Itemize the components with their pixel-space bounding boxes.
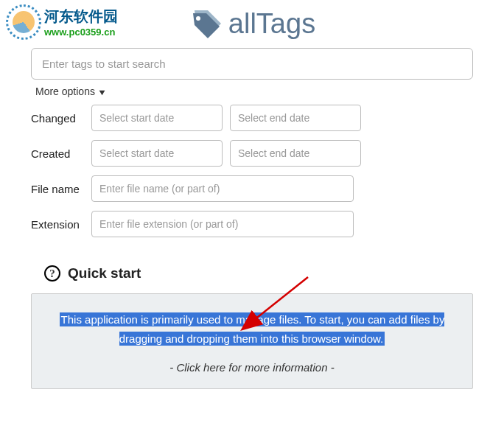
filename-label: File name (31, 183, 91, 195)
created-end-date-input[interactable] (230, 140, 361, 167)
quickstart-more-link[interactable]: - Click here for more information - (52, 361, 452, 374)
watermark-logo-icon (6, 4, 41, 40)
tag-search-input[interactable] (31, 48, 473, 80)
changed-start-date-input[interactable] (91, 105, 223, 131)
quickstart-box[interactable]: This application is primarily used to ma… (31, 293, 473, 389)
more-options-toggle[interactable]: More options ▼ (31, 80, 473, 105)
watermark-overlay: 河东软件园 www.pc0359.cn (6, 4, 118, 40)
app-title: allTags (228, 8, 315, 40)
quickstart-description: This application is primarily used to ma… (60, 312, 445, 346)
quickstart-title: Quick start (68, 265, 141, 282)
filename-input[interactable] (91, 175, 354, 202)
extension-input[interactable] (91, 211, 354, 237)
chevron-down-icon: ▼ (97, 88, 107, 97)
created-label: Created (31, 147, 91, 160)
watermark-url: www.pc0359.cn (44, 27, 118, 38)
extension-label: Extension (31, 218, 91, 231)
changed-label: Changed (31, 112, 91, 125)
created-start-date-input[interactable] (91, 140, 223, 167)
svg-point-0 (196, 16, 200, 21)
tag-icon (189, 6, 224, 41)
filter-panel: Changed Created File name Extension (31, 105, 473, 237)
changed-end-date-input[interactable] (230, 105, 361, 131)
help-icon: ? (44, 265, 60, 282)
watermark-title: 河东软件园 (44, 7, 118, 27)
